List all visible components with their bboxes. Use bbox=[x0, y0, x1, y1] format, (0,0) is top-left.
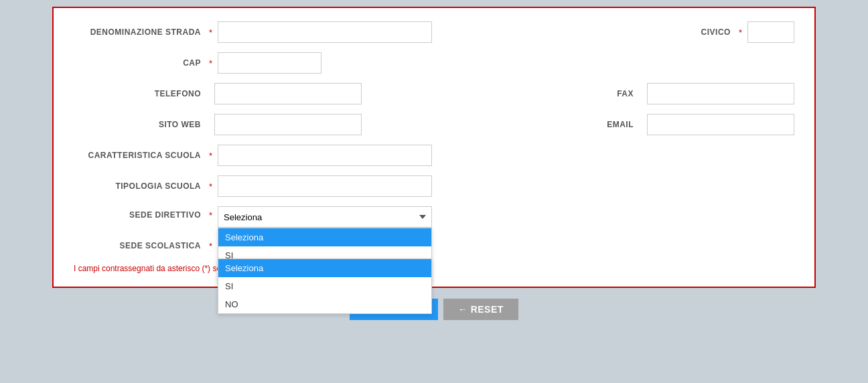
civico-input[interactable] bbox=[747, 21, 794, 43]
sede-scolastica-opt-si[interactable]: SI bbox=[218, 277, 431, 295]
telefono-label: TELEFONO bbox=[74, 89, 208, 98]
denominazione-strada-input[interactable] bbox=[218, 21, 432, 43]
cap-required: * bbox=[209, 58, 212, 68]
fax-input[interactable] bbox=[647, 83, 794, 104]
row-sitoweb-email: SITO WEB EMAIL bbox=[74, 114, 794, 135]
sede-scolastica-label: SEDE SCOLASTICA bbox=[74, 237, 208, 250]
sede-direttivo-select[interactable]: Seleziona SI NO bbox=[218, 206, 432, 228]
denominazione-required: * bbox=[209, 27, 212, 37]
cap-label: CAP bbox=[74, 58, 208, 68]
row-denominazione-civico: DENOMINAZIONE STRADA * CIVICO * bbox=[74, 21, 794, 43]
denominazione-group: DENOMINAZIONE STRADA * bbox=[74, 21, 650, 43]
required-fields-note: I campi contrassegnati da asterisco (*) … bbox=[74, 264, 794, 273]
sede-scolastica-opt-seleziona[interactable]: Seleziona bbox=[218, 259, 431, 277]
email-label: EMAIL bbox=[600, 120, 640, 129]
row-caratteristica: CARATTERISTICA SCUOLA * bbox=[74, 145, 794, 166]
caratteristica-scuola-label: CARATTERISTICA SCUOLA bbox=[74, 151, 208, 160]
tipologia-required: * bbox=[209, 181, 212, 192]
denominazione-strada-label: DENOMINAZIONE STRADA bbox=[74, 27, 208, 37]
tipologia-scuola-label: TIPOLOGIA SCUOLA bbox=[74, 181, 208, 191]
caratteristica-required: * bbox=[209, 151, 212, 161]
sitoweb-group: SITO WEB bbox=[74, 114, 580, 135]
buttons-bar: + INSERISCI ← RESET bbox=[52, 299, 816, 320]
sede-scolastica-options: Seleziona SI NO bbox=[218, 258, 432, 314]
telefono-group: TELEFONO bbox=[74, 83, 580, 104]
civico-label: CIVICO bbox=[684, 27, 737, 37]
sede-direttivo-dropdown-wrapper: Seleziona SI NO Seleziona SI NO bbox=[218, 206, 432, 228]
email-group: EMAIL bbox=[600, 114, 794, 135]
sede-direttivo-opt-seleziona[interactable]: Seleziona bbox=[218, 228, 431, 246]
row-telefono-fax: TELEFONO FAX bbox=[74, 83, 794, 104]
reset-button[interactable]: ← RESET bbox=[443, 299, 518, 320]
fax-label: FAX bbox=[600, 89, 640, 98]
sede-scolastica-required: * bbox=[209, 237, 212, 251]
row-sede-scolastica: SEDE SCOLASTICA * Seleziona SI NO Selezi… bbox=[74, 237, 794, 258]
sede-scolastica-opt-no[interactable]: NO bbox=[218, 295, 431, 313]
telefono-input[interactable] bbox=[214, 83, 362, 104]
sito-web-input[interactable] bbox=[214, 114, 362, 135]
row-cap: CAP * bbox=[74, 52, 794, 74]
civico-required: * bbox=[739, 27, 742, 37]
sito-web-label: SITO WEB bbox=[74, 120, 208, 129]
row-sede-direttivo: SEDE DIRETTIVO * Seleziona SI NO Selezio… bbox=[74, 206, 794, 228]
caratteristica-scuola-input[interactable] bbox=[218, 145, 432, 166]
fax-group: FAX bbox=[600, 83, 794, 104]
cap-input[interactable] bbox=[218, 52, 321, 74]
sede-direttivo-label: SEDE DIRETTIVO bbox=[74, 206, 208, 220]
civico-group: CIVICO * bbox=[670, 21, 794, 43]
sede-direttivo-required: * bbox=[209, 206, 212, 220]
row-tipologia: TIPOLOGIA SCUOLA * bbox=[74, 175, 794, 197]
email-input[interactable] bbox=[647, 114, 794, 135]
form-container: DENOMINAZIONE STRADA * CIVICO * CAP * TE… bbox=[52, 7, 816, 288]
tipologia-scuola-input[interactable] bbox=[218, 175, 432, 197]
